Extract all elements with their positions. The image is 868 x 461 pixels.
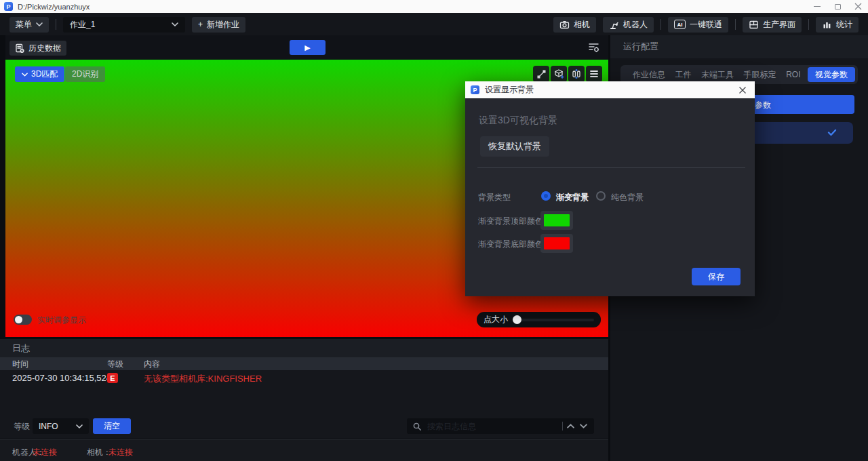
tab-hand-eye[interactable]: 手眼标定 [741, 69, 779, 81]
chevron-down-icon[interactable] [580, 424, 587, 428]
log-message: 无该类型相机库:KINGFISHER [144, 373, 262, 385]
toolbar-divider [660, 19, 661, 30]
camera-status-label: 相机： [87, 447, 111, 458]
robot-status-value: 未连接 [33, 447, 57, 458]
slider-knob[interactable] [513, 315, 521, 324]
tab-job-info[interactable]: 作业信息 [630, 69, 668, 81]
bottom-color-label: 渐变背景底部颜色 [478, 239, 543, 250]
bottom-color-swatch [544, 237, 570, 249]
app-logo-icon: P [4, 2, 13, 11]
play-icon: ▶ [304, 43, 310, 52]
toolbar-divider [56, 19, 56, 30]
filter-settings-icon [588, 42, 600, 53]
status-bar: 机器人： 未连接 相机： 未连接 [0, 439, 608, 461]
tab-3d-label: 3D匹配 [31, 68, 58, 80]
tab-2d-recognition[interactable]: 2D识别 [65, 66, 105, 82]
point-size-slider[interactable] [513, 319, 594, 321]
add-job-label: 新增作业 [207, 19, 239, 31]
live-tuning-label: 实时调参显示 [37, 315, 86, 326]
chevron-down-icon [22, 73, 28, 77]
dialog-body: 设置3D可视化背景 恢复默认背景 背景类型 渐变背景 纯色背景 渐变背景顶部颜色… [465, 98, 755, 296]
stats-button[interactable]: 统计 [816, 17, 859, 33]
toolbar-divider [735, 19, 736, 30]
clear-log-button[interactable]: 清空 [93, 418, 131, 434]
minimize-button[interactable] [807, 0, 827, 13]
bg-type-label: 背景类型 [478, 192, 511, 203]
col-content: 内容 [144, 359, 160, 370]
camera-button[interactable]: 相机 [553, 17, 596, 33]
params-button-label: 参数 [755, 100, 771, 111]
maximize-button[interactable] [827, 0, 848, 13]
close-icon [738, 86, 747, 94]
dialog-divider [477, 167, 745, 168]
chevron-down-icon [76, 424, 83, 428]
history-data-button[interactable]: 历史数据 [9, 41, 66, 56]
add-job-button[interactable]: + 新增作业 [192, 17, 245, 33]
log-panel-title: 日志 [12, 342, 30, 355]
tab-vision-params[interactable]: 视觉参数 [808, 67, 855, 82]
restore-default-button[interactable]: 恢复默认背景 [480, 136, 549, 157]
level-filter-value: INFO [39, 422, 58, 431]
radio-gradient-bg[interactable] [541, 191, 551, 201]
log-table-header: 时间 等级 内容 [0, 357, 608, 370]
tab-roi[interactable]: ROI [783, 70, 803, 79]
save-button[interactable]: 保存 [692, 268, 741, 285]
menu-button[interactable]: 菜单 [9, 17, 49, 33]
point-size-control: 点大小 [477, 312, 601, 327]
camera-icon [559, 20, 570, 30]
live-tuning-toggle[interactable] [14, 315, 32, 325]
production-ui-label: 生产界面 [763, 19, 795, 31]
width-measure-icon [571, 68, 582, 79]
dialog-close-button[interactable] [736, 83, 749, 97]
add-model-button[interactable] [551, 66, 567, 82]
toggle-knob [15, 316, 22, 323]
window-title: D:/Pickwiz/yuanzhuyx [18, 3, 90, 11]
tab-workpiece[interactable]: 工件 [673, 69, 694, 81]
job-select[interactable]: 作业_1 [63, 17, 185, 33]
tab-end-tool[interactable]: 末端工具 [698, 69, 736, 81]
robot-label: 机器人 [623, 19, 648, 31]
radio-gradient-label[interactable]: 渐变背景 [556, 192, 589, 203]
menu-label: 菜单 [16, 19, 32, 31]
history-data-label: 历史数据 [28, 43, 61, 54]
point-size-label: 点大小 [484, 314, 508, 325]
bar-chart-icon [822, 20, 832, 30]
log-row[interactable]: 2025-07-30 10:34:15,524 E 无该类型相机库:KINGFI… [0, 370, 608, 386]
job-select-value: 作业_1 [70, 19, 95, 31]
top-color-picker[interactable] [540, 211, 573, 230]
stats-label: 统计 [836, 19, 852, 31]
chevron-down-icon [172, 22, 178, 26]
production-ui-button[interactable]: 生产界面 [743, 17, 802, 33]
ai-connect-button[interactable]: AI 一键联通 [668, 17, 728, 33]
cube-add-icon [553, 68, 564, 79]
viewport-menu-button[interactable] [586, 66, 602, 82]
os-titlebar: P D:/Pickwiz/yuanzhuyx [0, 0, 868, 14]
log-level-badge: E [107, 373, 118, 383]
tab-2d-label: 2D识别 [72, 68, 98, 80]
main-toolbar: 菜单 作业_1 + 新增作业 相机 机器人 [0, 14, 868, 35]
log-search-input[interactable] [426, 421, 558, 432]
radio-solid-bg[interactable] [596, 191, 606, 201]
check-icon [827, 129, 837, 136]
minimize-icon [814, 6, 821, 7]
search-divider [562, 422, 563, 430]
close-button[interactable] [848, 0, 868, 13]
radio-solid-label[interactable]: 纯色背景 [611, 192, 644, 203]
log-controls: 等级 INFO 清空 [0, 418, 608, 435]
chevron-up-icon[interactable] [567, 424, 574, 428]
top-color-swatch [544, 214, 570, 226]
tab-3d-match[interactable]: 3D匹配 [15, 66, 64, 82]
run-button[interactable]: ▶ [290, 40, 326, 55]
level-filter-select[interactable]: INFO [33, 418, 89, 434]
display-filter-button[interactable] [585, 40, 603, 55]
bottom-color-picker[interactable] [540, 234, 573, 253]
dialog-titlebar: P 设置显示背景 [465, 81, 755, 98]
width-measure-button[interactable] [568, 66, 585, 82]
maximize-icon [835, 4, 841, 9]
robot-button[interactable]: 机器人 [603, 17, 654, 33]
ai-icon: AI [674, 20, 686, 29]
run-config-title: 运行配置 [623, 41, 658, 53]
measure-tool-button[interactable] [533, 66, 549, 82]
col-level: 等级 [107, 359, 123, 370]
log-panel: 日志 时间 等级 内容 2025-07-30 10:34:15,524 E 无该… [0, 339, 608, 439]
